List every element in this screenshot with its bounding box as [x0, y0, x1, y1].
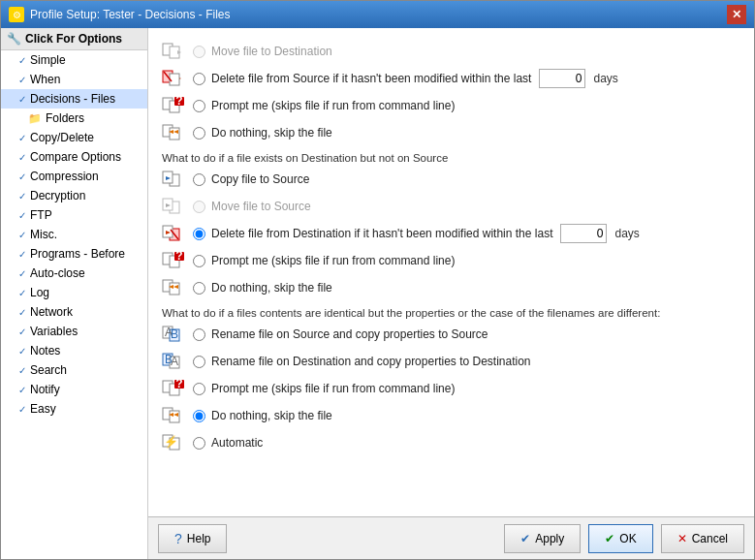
radio-do-nothing-2-label[interactable]: Do nothing, skip the file [193, 281, 332, 295]
sidebar-header-label: Click For Options [25, 32, 122, 46]
radio-delete-dest[interactable] [193, 228, 205, 240]
main-scroll-area[interactable]: Move file to Destination [148, 28, 754, 516]
sidebar-item-search[interactable]: ✓ Search [1, 360, 147, 380]
main-panel: Move file to Destination [148, 28, 754, 559]
sidebar-label: FTP [30, 208, 52, 222]
sidebar-label: Variables [30, 325, 78, 338]
section-dest-not-src-label: What to do if a file exists on Destinati… [162, 152, 740, 164]
sidebar-item-decryption[interactable]: ✓ Decryption [1, 186, 147, 205]
sidebar-item-misc[interactable]: ✓ Misc. [1, 225, 147, 244]
sidebar-item-copy-delete[interactable]: ✓ Copy/Delete [1, 128, 147, 147]
radio-rename-dest[interactable] [193, 356, 205, 368]
rename-source-icon: A B [162, 325, 185, 344]
apply-button[interactable]: ✔ Apply [504, 524, 581, 553]
radio-move-source[interactable] [193, 201, 205, 213]
content-area: 🔧 Click For Options ✓ Simple ✓ When ✓ De… [1, 28, 754, 559]
radio-automatic-label[interactable]: Automatic [193, 436, 263, 450]
help-button[interactable]: ? Help [158, 524, 227, 553]
sidebar-label: Simple [30, 53, 66, 67]
svg-rect-12 [170, 128, 179, 140]
sidebar-item-network[interactable]: ✓ Network [1, 302, 147, 322]
radio-delete-source-text: Delete file from Source if it hasn't bee… [211, 72, 531, 85]
radio-delete-source-label[interactable]: Delete file from Source if it hasn't bee… [193, 72, 531, 85]
radio-do-nothing-2[interactable] [193, 282, 205, 295]
sidebar-label: Copy/Delete [30, 131, 94, 144]
cancel-icon: ✕ [677, 532, 687, 545]
sidebar-item-auto-close[interactable]: ✓ Auto-close [1, 264, 147, 283]
svg-text:?: ? [175, 379, 182, 390]
ok-button[interactable]: ✔ OK [588, 524, 652, 553]
check-icon: ✓ [18, 268, 26, 279]
sidebar-label: Log [30, 286, 49, 299]
sidebar-item-notes[interactable]: ✓ Notes [1, 341, 147, 360]
radio-do-nothing-2-text: Do nothing, skip the file [211, 281, 332, 295]
close-button[interactable]: ✕ [727, 5, 746, 24]
sidebar-item-folders[interactable]: 📁 Folders [1, 109, 147, 128]
bottom-left: ? Help [158, 524, 227, 553]
sidebar-item-compare-options[interactable]: ✓ Compare Options [1, 147, 147, 167]
delete-source-days-input[interactable] [539, 69, 585, 88]
radio-delete-dest-text: Delete file from Destination if it hasn'… [211, 227, 552, 240]
sidebar-header[interactable]: 🔧 Click For Options [1, 28, 147, 50]
radio-delete-source[interactable] [193, 73, 205, 85]
radio-delete-dest-label[interactable]: Delete file from Destination if it hasn'… [193, 227, 552, 240]
radio-prompt-3[interactable] [193, 383, 205, 395]
sidebar-item-decisions-files[interactable]: ✓ Decisions - Files [1, 89, 147, 109]
check-icon: ✓ [18, 230, 26, 240]
radio-do-nothing-3[interactable] [193, 410, 205, 422]
check-icon: ✓ [18, 249, 26, 260]
copy-to-source-icon [162, 170, 185, 189]
option-row-rename-dest: B A Rename file on Destination and copy … [162, 350, 740, 373]
radio-rename-source[interactable] [193, 328, 205, 341]
radio-move-source-label[interactable]: Move file to Source [193, 200, 311, 213]
sidebar-item-programs-before[interactable]: ✓ Programs - Before [1, 244, 147, 264]
radio-do-nothing-3-text: Do nothing, skip the file [211, 409, 332, 422]
radio-rename-source-text: Rename file on Source and copy propertie… [211, 327, 488, 341]
bottom-bar: ? Help ✔ Apply ✔ OK ✕ Cancel [148, 516, 754, 559]
sidebar-item-notify[interactable]: ✓ Notify [1, 380, 147, 399]
automatic-icon: ⚡ [162, 433, 185, 452]
move-to-source-icon [162, 197, 185, 216]
option-row-prompt-1: ? Prompt me (skips file if run from comm… [162, 94, 740, 117]
sidebar-item-when[interactable]: ✓ When [1, 70, 147, 89]
check-icon: ✓ [18, 327, 26, 337]
radio-do-nothing-1[interactable] [193, 127, 205, 140]
radio-move-dest[interactable] [193, 46, 205, 58]
sidebar-item-variables[interactable]: ✓ Variables [1, 322, 147, 341]
delete-source-icon [162, 69, 185, 88]
radio-do-nothing-3-label[interactable]: Do nothing, skip the file [193, 409, 332, 422]
option-row-move-dest: Move file to Destination [162, 40, 740, 63]
radio-rename-dest-text: Rename file on Destination and copy prop… [211, 355, 531, 368]
radio-move-dest-text: Move file to Destination [211, 45, 332, 58]
radio-prompt-1-text: Prompt me (skips file if run from comman… [211, 99, 455, 112]
delete-dest-days-input[interactable] [560, 224, 607, 243]
radio-prompt-2[interactable] [193, 255, 205, 267]
apply-icon: ✔ [520, 532, 530, 545]
radio-copy-source[interactable] [193, 173, 205, 186]
radio-do-nothing-1-text: Do nothing, skip the file [211, 126, 332, 140]
sidebar-item-easy[interactable]: ✓ Easy [1, 399, 147, 419]
radio-move-dest-label[interactable]: Move file to Destination [193, 45, 332, 58]
radio-rename-source-label[interactable]: Rename file on Source and copy propertie… [193, 327, 488, 341]
sidebar-item-ftp[interactable]: ✓ FTP [1, 205, 147, 225]
radio-prompt-1-label[interactable]: Prompt me (skips file if run from comman… [193, 99, 455, 112]
check-icon: ✓ [18, 365, 26, 376]
cancel-button[interactable]: ✕ Cancel [661, 524, 744, 553]
sidebar-label: Search [30, 363, 67, 377]
sidebar-item-compression[interactable]: ✓ Compression [1, 167, 147, 186]
radio-rename-dest-label[interactable]: Rename file on Destination and copy prop… [193, 355, 531, 368]
radio-automatic[interactable] [193, 437, 205, 450]
sidebar-item-simple[interactable]: ✓ Simple [1, 50, 147, 70]
check-icon: ✓ [18, 55, 26, 66]
radio-do-nothing-1-label[interactable]: Do nothing, skip the file [193, 126, 332, 140]
radio-copy-source-text: Copy file to Source [211, 172, 309, 186]
radio-prompt-2-label[interactable]: Prompt me (skips file if run from comman… [193, 254, 455, 267]
sidebar-item-log[interactable]: ✓ Log [1, 283, 147, 302]
option-row-delete-dest: Delete file from Destination if it hasn'… [162, 222, 740, 245]
radio-prompt-3-label[interactable]: Prompt me (skips file if run from comman… [193, 382, 455, 395]
radio-copy-source-label[interactable]: Copy file to Source [193, 172, 309, 186]
svg-rect-46 [170, 411, 179, 422]
help-icon: ? [174, 531, 182, 546]
radio-prompt-1[interactable] [193, 100, 205, 112]
check-icon: ✓ [18, 152, 26, 163]
